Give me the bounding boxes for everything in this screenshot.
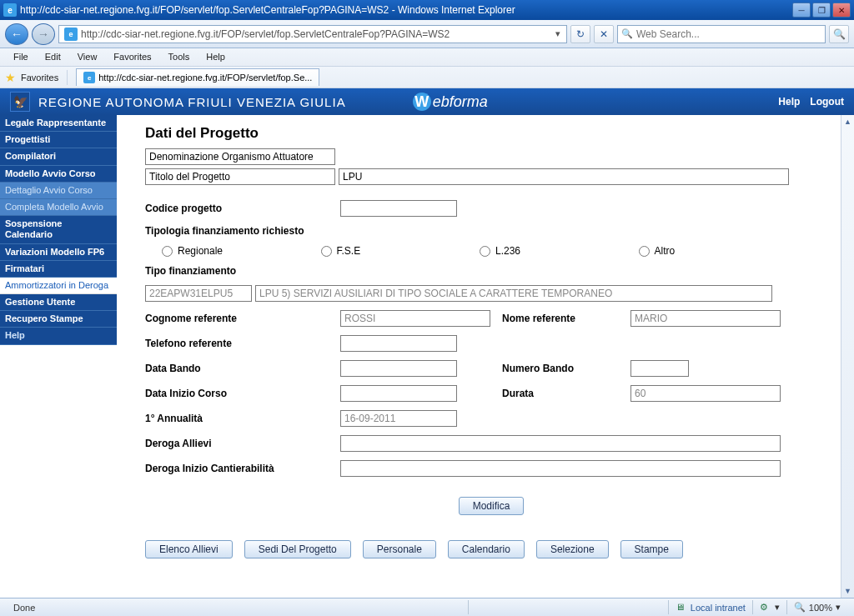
deroga-cant-input[interactable] <box>340 460 781 477</box>
stop-button[interactable]: ✕ <box>594 25 614 43</box>
window-title: http://cdc-siar-net.regione.fvg.it/FOP/s… <box>20 4 792 16</box>
menu-bar: File Edit View Favorites Tools Help <box>0 48 854 67</box>
sidebar-item-legale[interactable]: Legale Rappresentante <box>0 115 117 132</box>
menu-help[interactable]: Help <box>198 50 234 64</box>
protected-mode[interactable]: ⚙▾ <box>752 600 786 614</box>
radio-altro[interactable]: Altro <box>639 245 781 257</box>
restore-button[interactable]: ❐ <box>812 3 831 18</box>
sidebar-item-help[interactable]: Help <box>0 328 117 344</box>
region-name: REGIONE AUTONOMA FRIULI VENEZIA GIULIA <box>38 95 346 109</box>
sedi-progetto-button[interactable]: Sedi Del Progetto <box>244 540 351 558</box>
numbando-label: Numero Bando <box>502 363 627 374</box>
refresh-button[interactable]: ↻ <box>570 25 590 43</box>
help-link[interactable]: Help <box>778 96 800 108</box>
datainizio-label: Data Inizio Corso <box>145 388 337 399</box>
sidebar: Legale Rappresentante Progettisti Compil… <box>0 115 117 598</box>
radio-l236[interactable]: L.236 <box>480 245 622 257</box>
browser-tab[interactable]: e http://cdc-siar-net.regione.fvg.it/FOP… <box>76 68 319 86</box>
app-header: 🦅 REGIONE AUTONOMA FRIULI VENEZIA GIULIA… <box>0 88 854 115</box>
tab-title: http://cdc-siar-net.regione.fvg.it/FOP/s… <box>98 73 312 83</box>
menu-file[interactable]: File <box>5 50 37 64</box>
status-bar: Done 🖥 Local intranet ⚙▾ 🔍 100% ▾ <box>0 598 854 616</box>
region-logo-icon: 🦅 <box>10 92 30 112</box>
selezione-button[interactable]: Selezione <box>536 540 609 558</box>
sidebar-item-compilatori[interactable]: Compilatori <box>0 148 117 165</box>
favorites-label[interactable]: Favorites <box>21 73 58 83</box>
radio-fse[interactable]: F.S.E <box>321 245 464 257</box>
close-button[interactable]: ✕ <box>832 3 851 18</box>
favorites-star-icon[interactable]: ★ <box>5 71 16 84</box>
tipo-code-input <box>145 285 252 302</box>
databando-input[interactable] <box>340 360 457 377</box>
tab-page-icon: e <box>83 72 95 83</box>
telefono-input[interactable] <box>340 335 457 352</box>
numbando-input[interactable] <box>630 360 689 377</box>
titolo-label-input <box>145 168 335 185</box>
modifica-button[interactable]: Modifica <box>459 497 525 515</box>
status-text: Done <box>7 600 468 614</box>
window-titlebar: e http://cdc-siar-net.regione.fvg.it/FOP… <box>0 0 854 20</box>
annualita-input[interactable] <box>340 410 457 427</box>
tipologia-label: Tipologia finanziamento richiesto <box>145 225 781 237</box>
search-input[interactable] <box>636 28 821 40</box>
tipo-fin-label: Tipo finanziamento <box>145 265 781 277</box>
personale-button[interactable]: Personale <box>363 540 436 558</box>
nome-label: Nome referente <box>502 313 627 324</box>
back-button[interactable]: ← <box>5 23 28 45</box>
sidebar-item-gestione-utente[interactable]: Gestione Utente <box>0 294 117 311</box>
sidebar-item-recupero-stampe[interactable]: Recupero Stampe <box>0 311 117 328</box>
zoom-icon: 🔍 <box>794 602 806 613</box>
sidebar-item-firmatari[interactable]: Firmatari <box>0 261 117 278</box>
zoom-control[interactable]: 🔍 100% ▾ <box>786 600 847 614</box>
datainizio-input[interactable] <box>340 385 457 402</box>
stampe-button[interactable]: Stampe <box>620 540 683 558</box>
scroll-up-icon[interactable]: ▲ <box>841 115 854 128</box>
sidebar-item-modello-avvio[interactable]: Modello Avvio Corso <box>0 166 117 183</box>
codice-label: Codice progetto <box>145 203 337 214</box>
sidebar-item-sospensione[interactable]: Sospensione Calendario <box>0 216 117 243</box>
deroga-allievi-input[interactable] <box>340 435 781 452</box>
deroga-cant-label: Deroga Inizio Cantierabilità <box>145 463 337 474</box>
cognome-label: Cognome referente <box>145 313 337 324</box>
sidebar-item-variazioni[interactable]: Variazioni Modello FP6 <box>0 244 117 261</box>
page-icon: e <box>64 28 78 41</box>
codice-input[interactable] <box>340 200 457 217</box>
url-input[interactable] <box>81 28 551 40</box>
action-buttons: Elenco Allievi Sedi Del Progetto Persona… <box>145 540 837 558</box>
address-bar[interactable]: e ▾ <box>58 25 567 43</box>
favorites-bar: ★ Favorites e http://cdc-siar-net.region… <box>0 67 854 88</box>
menu-favorites[interactable]: Favorites <box>105 50 159 64</box>
zone-icon: 🖥 <box>676 602 687 613</box>
sidebar-item-completa-modello[interactable]: Completa Modello Avvio <box>0 199 117 216</box>
denominazione-input[interactable] <box>145 148 335 165</box>
search-go-button[interactable]: 🔍 <box>829 25 849 43</box>
logout-link[interactable]: Logout <box>810 96 844 108</box>
menu-edit[interactable]: Edit <box>37 50 69 64</box>
sidebar-item-dettaglio-avvio[interactable]: Dettaglio Avvio Corso <box>0 183 117 199</box>
minimize-button[interactable]: ─ <box>792 3 811 18</box>
databando-label: Data Bando <box>145 363 337 374</box>
elenco-allievi-button[interactable]: Elenco Allievi <box>145 540 233 558</box>
durata-label: Durata <box>502 388 627 399</box>
forward-button[interactable]: → <box>32 23 55 45</box>
sidebar-item-progettisti[interactable]: Progettisti <box>0 132 117 148</box>
menu-view[interactable]: View <box>69 50 106 64</box>
search-box[interactable]: 🔍 <box>617 25 826 43</box>
telefono-label: Telefono referente <box>145 338 337 349</box>
ie-icon: e <box>3 3 17 17</box>
app-name-text: ebforma <box>433 93 488 111</box>
scroll-down-icon[interactable]: ▼ <box>841 584 854 598</box>
durata-input[interactable] <box>630 385 781 402</box>
menu-tools[interactable]: Tools <box>160 50 198 64</box>
url-dropdown[interactable]: ▾ <box>551 28 565 39</box>
sidebar-item-ammortizzatori[interactable]: Ammortizzatori in Deroga <box>0 278 117 294</box>
calendario-button[interactable]: Calendario <box>448 540 525 558</box>
main-panel: Dati del Progetto Codice progetto Tipolo… <box>117 115 854 598</box>
app-name: W ebforma <box>413 93 488 111</box>
titolo-progetto-input[interactable] <box>339 168 789 185</box>
cognome-input[interactable] <box>340 310 490 327</box>
nome-input[interactable] <box>630 310 781 327</box>
scrollbar[interactable]: ▲ ▼ <box>841 115 854 598</box>
separator <box>67 70 68 85</box>
radio-regionale[interactable]: Regionale <box>162 245 304 257</box>
